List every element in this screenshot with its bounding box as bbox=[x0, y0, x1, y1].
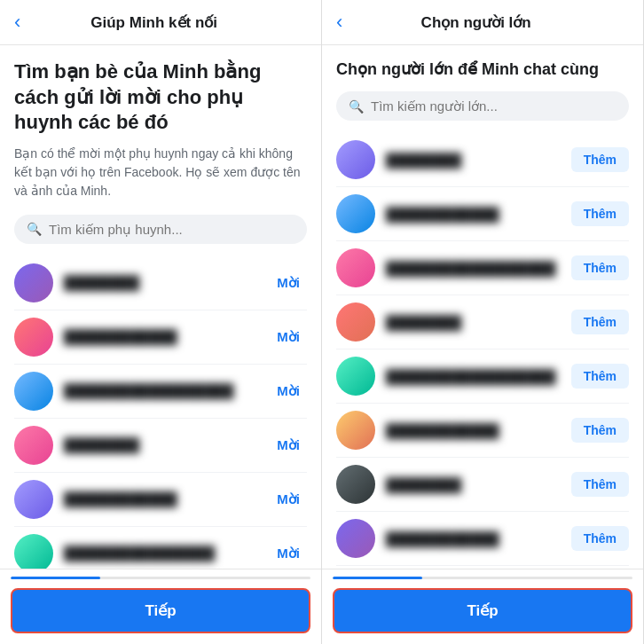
contact-name: ██████████████████ bbox=[386, 261, 571, 276]
list-item: ████████ Thêm bbox=[336, 458, 629, 512]
left-progress-bar bbox=[11, 577, 310, 579]
avatar bbox=[14, 426, 53, 465]
add-button[interactable]: Thêm bbox=[571, 472, 629, 497]
list-item: ████████ Mời bbox=[14, 256, 307, 310]
contact-name: ████████████ bbox=[386, 531, 571, 546]
contact-name: ████████ bbox=[386, 477, 571, 492]
avatar bbox=[336, 465, 375, 504]
right-subtitle: Chọn người lớn để Minh chat cùng bbox=[336, 59, 629, 79]
contact-name: ████████ bbox=[64, 275, 270, 290]
invite-button[interactable]: Mời bbox=[270, 271, 307, 295]
avatar bbox=[14, 318, 53, 357]
contact-name: ████████ bbox=[64, 437, 270, 452]
list-item: ████████████ Thêm bbox=[336, 404, 629, 458]
contact-name: ████████████ bbox=[64, 491, 270, 507]
invite-button[interactable]: Mời bbox=[270, 326, 307, 349]
avatar bbox=[336, 357, 375, 396]
right-progress-bar bbox=[333, 577, 632, 579]
left-contact-list: ████████ Mời ████████████ Mời ██████████… bbox=[14, 256, 307, 569]
right-search-input[interactable] bbox=[371, 98, 617, 114]
avatar bbox=[14, 534, 53, 569]
list-item: ████████████ Mời bbox=[14, 473, 307, 527]
avatar bbox=[336, 302, 375, 342]
list-item: ██████████████████ Mời bbox=[14, 365, 307, 419]
left-search-bar[interactable]: 🔍 bbox=[14, 215, 307, 244]
avatar bbox=[336, 194, 375, 233]
right-back-button[interactable]: ‹ bbox=[336, 11, 342, 34]
left-panel: ‹ Giúp Minh kết nối Tìm bạn bè của Minh … bbox=[0, 0, 322, 644]
contact-name: ████████ bbox=[386, 153, 571, 168]
list-item: ██████████████████ Thêm bbox=[336, 349, 629, 404]
left-search-input[interactable] bbox=[49, 222, 295, 237]
right-next-button[interactable]: Tiếp bbox=[333, 588, 632, 633]
avatar bbox=[336, 248, 375, 287]
left-content: Tìm bạn bè của Minh bằng cách gửi lời mờ… bbox=[0, 45, 321, 569]
contact-name: ████████████ bbox=[386, 207, 571, 222]
contact-name: ████████████████ bbox=[64, 546, 270, 561]
contact-name: ██████████████████ bbox=[64, 383, 270, 398]
left-big-title: Tìm bạn bè của Minh bằng cách gửi lời mờ… bbox=[14, 59, 307, 136]
contact-name: ████████████ bbox=[386, 423, 571, 438]
add-button[interactable]: Thêm bbox=[571, 418, 629, 443]
list-item: ████████████ Thêm bbox=[336, 512, 629, 566]
invite-button[interactable]: Mời bbox=[270, 380, 307, 403]
left-progress-fill bbox=[11, 577, 100, 579]
avatar bbox=[336, 519, 375, 558]
avatar bbox=[14, 263, 53, 302]
list-item: ████████████████ Mời bbox=[14, 527, 307, 569]
left-search-icon: 🔍 bbox=[27, 222, 42, 236]
invite-button[interactable]: Mời bbox=[270, 542, 307, 565]
avatar bbox=[336, 411, 375, 450]
right-contact-list: ████████ Thêm ████████████ Thêm ████████… bbox=[336, 133, 629, 569]
avatar bbox=[14, 480, 53, 519]
contact-name: ████████ bbox=[386, 315, 571, 330]
invite-button[interactable]: Mời bbox=[270, 488, 307, 511]
left-title: Giúp Minh kết nối bbox=[29, 13, 279, 32]
right-header: ‹ Chọn người lớn bbox=[322, 0, 643, 45]
add-button[interactable]: Thêm bbox=[571, 526, 629, 551]
contact-name: ██████████████████ bbox=[386, 369, 571, 384]
left-next-button[interactable]: Tiếp bbox=[11, 588, 310, 633]
add-button[interactable]: Thêm bbox=[571, 364, 629, 389]
list-item: ██████████████████ Thêm bbox=[336, 241, 629, 295]
left-back-button[interactable]: ‹ bbox=[14, 11, 20, 34]
right-search-bar[interactable]: 🔍 bbox=[336, 91, 629, 121]
list-item: ████████████ Thêm bbox=[336, 187, 629, 241]
right-search-icon: 🔍 bbox=[349, 99, 364, 114]
right-panel: ‹ Chọn người lớn Chọn người lớn để Minh … bbox=[322, 0, 644, 644]
list-item: ████████ Thêm bbox=[336, 295, 629, 349]
list-item: ████████ Mời bbox=[14, 419, 307, 473]
contact-name: ████████████ bbox=[64, 329, 270, 344]
left-bottom-bar: Tiếp bbox=[0, 569, 321, 644]
add-button[interactable]: Thêm bbox=[571, 255, 629, 280]
list-item: ████████ Thêm bbox=[336, 133, 629, 187]
add-button[interactable]: Thêm bbox=[571, 201, 629, 226]
invite-button[interactable]: Mời bbox=[270, 434, 307, 457]
avatar bbox=[14, 372, 53, 411]
right-bottom-bar: Tiếp bbox=[322, 569, 643, 644]
right-content: Chọn người lớn để Minh chat cùng 🔍 █████… bbox=[322, 45, 643, 569]
right-title: Chọn người lớn bbox=[351, 13, 601, 32]
list-item: ████████████ Mời bbox=[14, 310, 307, 365]
avatar bbox=[336, 140, 375, 179]
add-button[interactable]: Thêm bbox=[571, 147, 629, 172]
right-progress-fill bbox=[333, 577, 422, 579]
left-header: ‹ Giúp Minh kết nối bbox=[0, 0, 321, 45]
left-description: Bạn có thể mời một phụ huynh ngay cả khi… bbox=[14, 145, 307, 200]
add-button[interactable]: Thêm bbox=[571, 310, 629, 334]
